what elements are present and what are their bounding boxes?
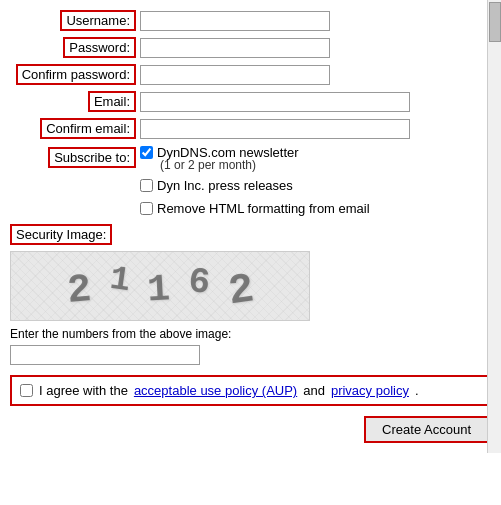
confirm-email-row: Confirm email: xyxy=(10,118,491,139)
scrollbar[interactable] xyxy=(487,0,501,453)
username-row: Username: xyxy=(10,10,491,31)
username-input[interactable] xyxy=(140,11,330,31)
confirm-email-input[interactable] xyxy=(140,119,410,139)
scrollbar-thumb xyxy=(489,2,501,42)
confirm-email-label-cell: Confirm email: xyxy=(10,118,140,139)
aup-link[interactable]: acceptable use policy (AUP) xyxy=(134,383,297,398)
email-label-cell: Email: xyxy=(10,91,140,112)
subscribe-label: Subscribe to: xyxy=(48,147,136,168)
subscribe-section: Subscribe to: DynDNS.com newsletter (1 o… xyxy=(10,145,491,216)
captcha-input[interactable] xyxy=(10,345,200,365)
privacy-link[interactable]: privacy policy xyxy=(331,383,409,398)
agree-checkbox[interactable] xyxy=(20,384,33,397)
email-label: Email: xyxy=(88,91,136,112)
bottom-bar: Create Account xyxy=(10,416,491,443)
security-image-label: Security Image: xyxy=(10,224,112,245)
email-row: Email: xyxy=(10,91,491,112)
newsletter-subtext: (1 or 2 per month) xyxy=(160,158,370,172)
agree-section: I agree with the acceptable use policy (… xyxy=(10,375,491,406)
password-label-cell: Password: xyxy=(10,37,140,58)
captcha-instruction: Enter the numbers from the above image: xyxy=(10,327,491,341)
remove-html-checkbox[interactable] xyxy=(140,202,153,215)
press-releases-checkbox[interactable] xyxy=(140,179,153,192)
confirm-email-label: Confirm email: xyxy=(40,118,136,139)
password-input-cell xyxy=(140,38,491,58)
username-label-cell: Username: xyxy=(10,10,140,31)
captcha-digit-1: 2 xyxy=(65,267,93,314)
captcha-digit-5: 2 xyxy=(225,265,257,316)
confirm-email-input-cell xyxy=(140,119,491,139)
press-releases-row: Dyn Inc. press releases xyxy=(140,178,370,193)
confirm-password-input-cell xyxy=(140,65,491,85)
agree-text-after: . xyxy=(415,383,419,398)
subscribe-options: DynDNS.com newsletter (1 or 2 per month)… xyxy=(140,145,370,216)
agree-text-before: I agree with the xyxy=(39,383,128,398)
subscribe-newsletter-row: DynDNS.com newsletter (1 or 2 per month) xyxy=(140,145,370,174)
confirm-password-label-cell: Confirm password: xyxy=(10,64,140,85)
email-input-cell xyxy=(140,92,491,112)
remove-html-row: Remove HTML formatting from email xyxy=(140,201,370,216)
confirm-password-row: Confirm password: xyxy=(10,64,491,85)
username-label: Username: xyxy=(60,10,136,31)
captcha-digit-3: 1 xyxy=(146,267,171,311)
password-row: Password: xyxy=(10,37,491,58)
username-input-cell xyxy=(140,11,491,31)
create-account-button[interactable]: Create Account xyxy=(364,416,489,443)
captcha-digit-4: 6 xyxy=(187,261,213,304)
password-label: Password: xyxy=(63,37,136,58)
remove-html-label: Remove HTML formatting from email xyxy=(157,201,370,216)
confirm-password-input[interactable] xyxy=(140,65,330,85)
subscribe-label-cell: Subscribe to: xyxy=(10,145,140,168)
security-section: Security Image: 2 1 1 6 2 Enter the numb… xyxy=(10,224,491,365)
press-releases-label: Dyn Inc. press releases xyxy=(157,178,293,193)
newsletter-checkbox[interactable] xyxy=(140,146,153,159)
captcha-digit-2: 1 xyxy=(107,260,132,300)
captcha-image: 2 1 1 6 2 xyxy=(10,251,310,321)
captcha-numbers: 2 1 1 6 2 xyxy=(67,262,253,310)
password-input[interactable] xyxy=(140,38,330,58)
confirm-password-label: Confirm password: xyxy=(16,64,136,85)
agree-text-middle: and xyxy=(303,383,325,398)
email-input[interactable] xyxy=(140,92,410,112)
